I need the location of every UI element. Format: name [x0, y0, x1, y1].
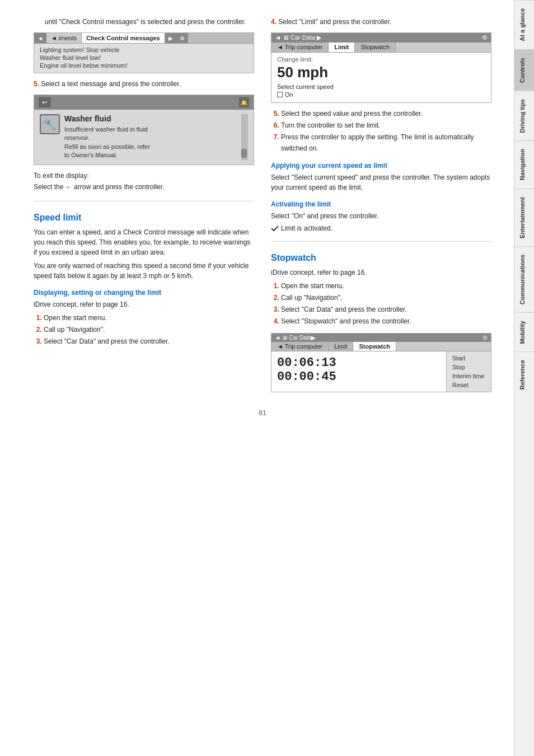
sm-times: 00:06:13 00:00:45	[271, 351, 446, 392]
car-data-header-icon: ⚙	[482, 34, 488, 41]
sm-header-text: ◄ 🖥 Car Data▶	[275, 335, 316, 341]
speed-limit-body1: You can enter a speed, and a Check Contr…	[34, 227, 254, 257]
side-tab-mobility[interactable]: Mobility	[514, 312, 535, 352]
sm-menu-stop[interactable]: Stop	[452, 363, 485, 372]
side-tab-at-a-glance[interactable]: At a glance	[514, 0, 535, 49]
displaying-setting-heading: Displaying, setting or changing the limi…	[34, 289, 254, 297]
ccm-item-1: Lighting system! Stop vehicle	[40, 46, 248, 54]
washer-fluid-mockup: ↩ 🔔 🔧 Washer fluid Insufficient washer f…	[34, 95, 254, 165]
side-tab-driving-tips[interactable]: Driving tips	[514, 91, 535, 141]
exit-display-label: To exit the display:	[34, 171, 254, 181]
idrive-ref-left: iDrive concept, refer to page 16.	[34, 299, 254, 309]
speed-value: 50 mph	[277, 64, 485, 81]
side-tabs-container: At a glance Controls Driving tips Naviga…	[514, 0, 534, 756]
sm-menu: Start Stop Interim time Reset	[446, 351, 491, 392]
stopwatch-steps: Open the start menu. Call up "Navigation…	[271, 281, 491, 327]
intro-text: until "Check Control messages" is select…	[34, 17, 254, 27]
r-step6: Turn the controller to set the limit.	[281, 120, 491, 131]
washer-fluid-icon: 🔧	[40, 114, 60, 134]
sm-tab-limit[interactable]: Limit	[329, 342, 353, 351]
limit-activated-text: Limit is activated.	[281, 224, 332, 232]
washer-fluid-line2: reservoir.	[64, 134, 237, 142]
sl-step1: Open the start menu.	[44, 313, 254, 323]
sm-time1: 00:06:13	[277, 356, 441, 370]
ccm-arrow-left: ◄	[34, 33, 46, 43]
car-data-header: ◄ 🖥 Car Data ▶ ⚙	[271, 33, 491, 43]
divider2	[271, 241, 491, 242]
car-data-limit-body: Change limit: 50 mph Select current spee…	[271, 53, 491, 102]
select-speed-label: Select current speed	[277, 83, 334, 90]
ccm-item-2: Washer fluid level low!	[40, 54, 248, 62]
side-tab-controls[interactable]: Controls	[514, 49, 535, 91]
speed-limit-steps: Open the start menu. Call up "Navigation…	[34, 313, 254, 348]
step5-label: 5. Select a text message and press the c…	[34, 79, 254, 89]
sw-step3: Select "Car Data" and press the controll…	[281, 304, 491, 315]
on-label: On	[285, 91, 293, 98]
applying-speed-body: Select "Select current speed" and press …	[271, 172, 491, 192]
sm-tab-trip[interactable]: ◄ Trip computer	[271, 342, 329, 351]
exit-display-instruction: Select the ← arrow and press the control…	[34, 182, 254, 192]
tab-limit[interactable]: Limit	[329, 43, 355, 52]
r-step5: Select the speed value and press the con…	[281, 109, 491, 119]
sm-body: 00:06:13 00:00:45 Start Stop Interim tim…	[271, 351, 491, 392]
step4-instruction: 4. Select "Limit" and press the controll…	[271, 17, 491, 27]
sw-step2: Call up "Navigation".	[281, 293, 491, 303]
car-data-limit-mockup: ◄ 🖥 Car Data ▶ ⚙ ◄ Trip computer Limit S…	[271, 32, 491, 103]
wm-body: 🔧 Washer fluid Insufficient washer fluid…	[34, 110, 254, 165]
tab-trip-computer[interactable]: ◄ Trip computer	[271, 43, 329, 52]
car-data-tabs: ◄ Trip computer Limit Stopwatch	[271, 43, 491, 53]
washer-fluid-title: Washer fluid	[64, 114, 237, 123]
side-tab-entertainment[interactable]: Entertainment	[514, 189, 535, 246]
washer-fluid-line4: to Owner's Manual.	[64, 151, 237, 159]
wm-sound-icon: 🔔	[239, 97, 249, 107]
sm-menu-reset[interactable]: Reset	[452, 381, 485, 389]
checkmark-icon	[271, 225, 279, 232]
side-tab-navigation[interactable]: Navigation	[514, 140, 535, 188]
right-steps: Select the speed value and press the con…	[271, 109, 491, 154]
stopwatch-mockup: ◄ 🖥 Car Data▶ ⚙ ◄ Trip computer Limit St…	[271, 333, 491, 392]
ccm-body: Lighting system! Stop vehicle Washer flu…	[34, 44, 254, 73]
sm-time2: 00:00:45	[277, 370, 441, 384]
wm-back-button[interactable]: ↩	[39, 97, 51, 107]
activating-limit-heading: Activating the limit	[271, 200, 491, 208]
divider	[34, 201, 254, 201]
sm-menu-interim[interactable]: Interim time	[452, 372, 485, 381]
side-tab-reference[interactable]: Reference	[514, 351, 535, 397]
page-number: 81	[34, 409, 491, 417]
ccm-item-3: Engine oil level below minimum!	[40, 62, 248, 69]
sm-tab-stopwatch[interactable]: Stopwatch	[353, 342, 396, 351]
right-column: 4. Select "Limit" and press the controll…	[271, 17, 491, 398]
ccm-tab-check-control: Check Control messages	[82, 33, 165, 43]
ccm-arrow-right: ▶	[165, 33, 176, 43]
stopwatch-intro: iDrive concept, refer to page 16.	[271, 267, 491, 278]
sw-step1: Open the start menu.	[281, 281, 491, 292]
sl-step3: Select "Car Data" and press the controll…	[44, 336, 254, 347]
main-content: until "Check Control messages" is select…	[0, 0, 514, 756]
sm-tabs: ◄ Trip computer Limit Stopwatch	[271, 342, 491, 351]
sm-header-icon: ⚙	[483, 335, 488, 341]
scroll-bar[interactable]	[241, 114, 248, 160]
wm-header: ↩ 🔔	[34, 95, 254, 110]
speed-limit-body2: You are only warned of reaching this spe…	[34, 261, 254, 281]
speed-limit-heading: Speed limit	[34, 213, 254, 223]
sm-header: ◄ 🖥 Car Data▶ ⚙	[271, 334, 491, 342]
step5-text: Select a text message and press the cont…	[41, 80, 180, 88]
side-tab-communications[interactable]: Communications	[514, 246, 535, 312]
applying-speed-heading: Applying your current speed as limit	[271, 162, 491, 170]
left-column: until "Check Control messages" is select…	[34, 17, 254, 398]
ccm-tab-iments: ◄ iments	[46, 33, 82, 43]
washer-fluid-line3: Refill as soon as possible, refer	[64, 143, 237, 151]
limit-activated-line: Limit is activated.	[271, 224, 491, 232]
stopwatch-heading: Stopwatch	[271, 253, 491, 263]
sw-step4: Select "Stopwatch" and press the control…	[281, 316, 491, 327]
ccm-settings-icon: ⚙	[176, 33, 188, 43]
r-step7: Press the controller to apply the settin…	[281, 132, 491, 153]
sl-step2: Call up "Navigation".	[44, 325, 254, 335]
select-current-speed-option[interactable]: Select current speed	[277, 83, 485, 90]
car-data-header-text: ◄ 🖥 Car Data ▶	[275, 34, 321, 41]
tab-stopwatch-top[interactable]: Stopwatch	[355, 43, 395, 52]
step4-text: Select "Limit" and press the controller.	[278, 18, 391, 26]
on-option[interactable]: On	[277, 91, 485, 98]
check-control-mockup: ◄ ◄ iments Check Control messages ▶ ⚙ Li…	[34, 32, 254, 73]
sm-menu-start[interactable]: Start	[452, 354, 485, 363]
